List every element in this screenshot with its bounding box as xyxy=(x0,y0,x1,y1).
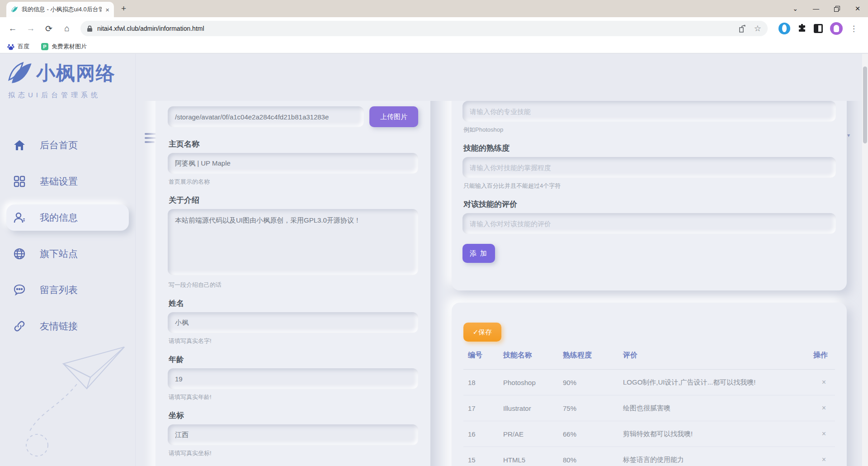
window-minimize-icon[interactable]: — xyxy=(806,0,826,17)
home-icon xyxy=(13,138,26,152)
site-favicon-icon xyxy=(11,6,18,13)
window-controls: ⌄ — × xyxy=(785,0,868,17)
url-bar[interactable]: nitai4.xfwl.club/admin/information.html … xyxy=(80,21,768,36)
bookmark-star-icon[interactable]: ☆ xyxy=(754,24,761,33)
about-help: 写一段介绍自己的话 xyxy=(169,281,418,289)
scrollbar-thumb[interactable] xyxy=(863,67,867,143)
age-help: 请填写真实年龄! xyxy=(169,393,418,401)
bookmarks-bar: 百度 P 免费素材图片 xyxy=(0,40,868,53)
sidebar-item-sites[interactable]: 旗下站点 xyxy=(6,241,129,267)
browser-menu-icon[interactable]: ⋮ xyxy=(850,24,858,33)
globe-icon xyxy=(13,247,26,261)
sidebar-item-my-info[interactable]: 我的信息 xyxy=(6,204,129,231)
logo[interactable]: 小枫网络 xyxy=(0,54,135,86)
table-row: 15 HTML5 80% 标签语言的使用能力 × xyxy=(463,447,835,466)
admin-app: 小枫网络 拟态UI后台管理系统 后台首页 基础设置 我的信息 旗下站点 留 xyxy=(0,54,868,466)
sidebar-item-settings[interactable]: 基础设置 xyxy=(6,168,129,195)
skill-level-help: 只能输入百分比并且不能超过4个字符 xyxy=(463,182,836,190)
window-chevron-icon[interactable]: ⌄ xyxy=(785,0,806,17)
link-icon xyxy=(13,319,26,333)
reload-icon[interactable]: ⟳ xyxy=(42,21,56,36)
forward-icon[interactable]: → xyxy=(24,21,38,36)
skill-table-header: 编号 技能名称 熟练程度 评价 操作 xyxy=(463,342,835,370)
extensions-area: ⋮ xyxy=(774,22,863,35)
age-label: 年龄 xyxy=(169,354,418,365)
sidebar: 小枫网络 拟态UI后台管理系统 后台首页 基础设置 我的信息 旗下站点 留 xyxy=(0,54,136,466)
profile-card: 上传图片 主页名称 首页展示的名称 关于介绍 本站前端源代码以及UI图由小枫原创… xyxy=(156,101,430,466)
browser-sidepanel-icon[interactable] xyxy=(814,24,823,33)
skill-table-card: ✓保存 编号 技能名称 熟练程度 评价 操作 18 Photoshop 90% … xyxy=(452,303,847,466)
user-icon xyxy=(13,211,26,224)
skill-level-label: 技能的熟练度 xyxy=(463,143,836,153)
skill-level-input[interactable] xyxy=(462,157,836,178)
age-input[interactable] xyxy=(168,368,418,389)
material-p-icon: P xyxy=(41,43,48,50)
back-icon[interactable]: ← xyxy=(5,21,20,36)
logo-text: 小枫网络 xyxy=(36,61,116,86)
page-scrollbar[interactable] xyxy=(862,54,868,466)
browser-tab[interactable]: 我的信息 - 小枫拟态ui4.0后台管 × xyxy=(6,2,114,17)
skill-name-input[interactable] xyxy=(462,101,836,122)
comment-icon xyxy=(13,283,26,297)
sidebar-item-dashboard[interactable]: 后台首页 xyxy=(6,132,129,158)
lock-icon xyxy=(87,25,93,32)
share-icon[interactable] xyxy=(739,25,748,33)
url-text: nitai4.xfwl.club/admin/information.html xyxy=(97,25,735,32)
skill-comment-input[interactable] xyxy=(462,213,836,234)
location-help: 请填写真实坐标! xyxy=(169,449,418,457)
table-row: 16 PR/AE 66% 剪辑特效都可以找我噢! × xyxy=(463,421,835,447)
about-label: 关于介绍 xyxy=(169,195,418,205)
paper-plane-decoration xyxy=(9,334,131,466)
table-row: 17 Illustrator 75% 绘图也很腻害噢 × xyxy=(463,395,835,421)
save-button[interactable]: ✓保存 xyxy=(463,323,501,342)
sidebar-item-messages[interactable]: 留言列表 xyxy=(6,277,129,303)
avatar-path-input[interactable] xyxy=(168,106,364,127)
add-skill-card: 例如Photoshop 技能的熟练度 只能输入百分比并且不能超过4个字符 对该技… xyxy=(452,101,847,290)
location-label: 坐标 xyxy=(169,410,418,421)
extensions-puzzle-icon[interactable] xyxy=(797,24,807,33)
upload-image-button[interactable]: 上传图片 xyxy=(369,106,418,127)
name-label: 姓名 xyxy=(169,298,418,309)
window-restore-icon[interactable] xyxy=(826,0,847,17)
skill-comment-label: 对该技能的评价 xyxy=(463,199,836,209)
homepage-name-input[interactable] xyxy=(168,153,418,174)
homepage-name-help: 首页展示的名称 xyxy=(169,178,418,186)
bookmark-material[interactable]: P 免费素材图片 xyxy=(41,43,87,51)
window-close-icon[interactable]: × xyxy=(847,0,868,17)
table-row: 18 Photoshop 90% LOGO制作,UI设计,广告设计...都可以找… xyxy=(463,370,835,395)
tab-title: 我的信息 - 小枫拟态ui4.0后台管 xyxy=(22,5,102,14)
browser-profile-avatar[interactable] xyxy=(830,22,843,35)
location-input[interactable] xyxy=(168,424,418,445)
name-help: 请填写真实名字! xyxy=(169,337,418,345)
tab-close-icon[interactable]: × xyxy=(105,6,109,14)
about-textarea[interactable]: 本站前端源代码以及UI图由小枫原创，采用GPL3.0开源协议！ xyxy=(168,209,418,275)
logo-feather-icon xyxy=(6,60,33,86)
baidu-paw-icon xyxy=(7,43,14,50)
browser-toolbar: ← → ⟳ ⌂ nitai4.xfwl.club/admin/informati… xyxy=(0,17,868,40)
delete-row-icon[interactable]: × xyxy=(805,378,830,386)
home-icon[interactable]: ⌂ xyxy=(60,21,74,36)
check-icon: ✓ xyxy=(473,328,479,336)
grid-icon xyxy=(13,175,26,188)
sidebar-menu: 后台首页 基础设置 我的信息 旗下站点 留言列表 友情链接 xyxy=(0,132,135,339)
qq-extension-icon[interactable] xyxy=(778,23,790,34)
add-skill-button[interactable]: 添 加 xyxy=(462,244,495,263)
logo-subtitle: 拟态UI后台管理系统 xyxy=(0,86,135,100)
bookmark-baidu[interactable]: 百度 xyxy=(7,43,29,51)
delete-row-icon[interactable]: × xyxy=(805,404,830,412)
homepage-name-label: 主页名称 xyxy=(169,139,418,149)
browser-titlebar: 我的信息 - 小枫拟态ui4.0后台管 × + ⌄ — × xyxy=(0,0,868,17)
name-input[interactable] xyxy=(168,312,418,333)
skill-name-help: 例如Photoshop xyxy=(463,126,836,134)
new-tab-icon[interactable]: + xyxy=(121,4,126,14)
delete-row-icon[interactable]: × xyxy=(805,456,830,464)
content-area: 上传图片 主页名称 首页展示的名称 关于介绍 本站前端源代码以及UI图由小枫原创… xyxy=(136,101,862,466)
delete-row-icon[interactable]: × xyxy=(805,430,830,438)
